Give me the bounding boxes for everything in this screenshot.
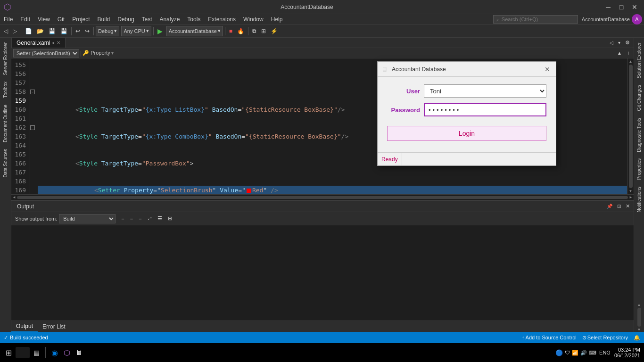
scrollbar-thumb[interactable] [629, 65, 633, 188]
right-scrollbar-thumb[interactable] [637, 308, 641, 327]
close-button[interactable]: ✕ [629, 1, 640, 13]
context-selector[interactable]: Setter (SelectionBrush) [13, 49, 79, 58]
tab-scroll-left[interactable]: ◁ [608, 38, 615, 48]
start-button[interactable]: ⊞ [4, 346, 14, 359]
attach-button[interactable]: ⧉ [250, 26, 258, 36]
undo-button[interactable]: ↩ [74, 26, 82, 36]
tab-settings[interactable]: ⚙ [623, 38, 632, 48]
search-input[interactable] [502, 16, 568, 22]
stop-button[interactable]: ■ [227, 26, 234, 36]
bell-icon[interactable]: 🔔 [634, 335, 640, 341]
output-align-left[interactable]: ≡ [119, 214, 126, 224]
sidebar-item-toolbox[interactable]: Toolbox [2, 79, 9, 100]
output-close-button[interactable]: ✕ [624, 201, 632, 212]
collapse-btn-162[interactable]: - [30, 123, 38, 132]
output-filter[interactable]: ⊞ [166, 214, 174, 224]
output-align-right[interactable]: ≡ [137, 214, 143, 224]
collapse-btn-158[interactable]: - [30, 87, 38, 96]
tab-dropdown[interactable]: ▾ [616, 38, 622, 48]
hot-reload-button[interactable]: 🔥 [235, 26, 246, 36]
taskbar-edge-icon[interactable]: ◉ [50, 346, 60, 359]
scroll-up-arrow[interactable]: ▲ [629, 59, 633, 64]
context-add[interactable]: + [625, 48, 632, 58]
scroll-right-arrow[interactable]: ► [629, 195, 633, 199]
platform-dropdown[interactable]: Any CPU ▾ [121, 26, 151, 36]
windows-button[interactable]: ⊞ [259, 26, 268, 36]
tray-wifi-icon[interactable]: 🛡 [565, 350, 570, 355]
menu-tools[interactable]: Tools [183, 14, 204, 25]
open-button[interactable]: 📂 [35, 26, 46, 36]
search-taskbar-icon[interactable] [16, 347, 30, 358]
output-tab-bar: Output 📌 ⊡ ✕ [11, 201, 634, 212]
tray-keyboard-icon[interactable]: ⌨ [589, 350, 596, 356]
password-input[interactable] [424, 103, 546, 116]
output-list[interactable]: ☰ [156, 214, 164, 224]
menu-build[interactable]: Build [94, 14, 114, 25]
back-button[interactable]: ◁ [2, 26, 10, 36]
tab-close-icon[interactable]: ✕ [57, 40, 60, 45]
menu-extensions[interactable]: Extensions [204, 14, 239, 25]
sidebar-item-document-outline[interactable]: Document Outline [2, 102, 9, 145]
context-scroll-up[interactable]: ▲ [615, 48, 624, 58]
menu-window[interactable]: Window [239, 14, 267, 25]
tab-error-list[interactable]: Error List [38, 321, 70, 332]
sidebar-item-notifications[interactable]: Notifications [636, 184, 643, 215]
taskbar-calculator-icon[interactable]: 🖩 [74, 347, 84, 358]
sidebar-item-diagnostic-tools[interactable]: Diagnostic Tools [636, 115, 643, 155]
right-scroll-up[interactable]: ▲ [637, 303, 641, 307]
minimize-button[interactable]: ─ [603, 1, 614, 13]
search-box[interactable]: ⌕ [493, 15, 578, 24]
menu-help[interactable]: Help [267, 14, 287, 25]
user-avatar[interactable]: A [632, 14, 642, 25]
output-pin-button[interactable]: 📌 [605, 201, 614, 212]
perf-button[interactable]: ⚡ [269, 26, 280, 36]
scroll-down-arrow[interactable]: ▼ [629, 189, 633, 193]
sidebar-item-server-explorer[interactable]: Server Explorer [2, 40, 9, 78]
tray-volume-icon[interactable]: 🔊 [580, 350, 587, 356]
collapse-space [30, 60, 38, 69]
debug-config-dropdown[interactable]: Debug ▾ [96, 26, 119, 36]
tray-app-1[interactable]: 🔵 [555, 349, 563, 356]
output-expand-button[interactable]: ⊡ [615, 201, 623, 212]
save-all-button[interactable]: 💾 [58, 26, 69, 36]
menu-git[interactable]: Git [54, 14, 68, 25]
save-button[interactable]: 💾 [47, 26, 58, 36]
sidebar-item-git-changes[interactable]: Git Changes [636, 82, 643, 114]
user-select[interactable]: Toni [424, 84, 546, 98]
menu-view[interactable]: View [34, 14, 54, 25]
output-wrap[interactable]: ⇌ [146, 214, 154, 224]
menu-analyze[interactable]: Analyze [156, 14, 184, 25]
menu-project[interactable]: Project [68, 14, 93, 25]
forward-button[interactable]: ▷ [11, 26, 19, 36]
tab-general-xaml[interactable]: General.xaml ● ✕ [11, 38, 66, 48]
output-source-select[interactable]: Build [59, 214, 116, 223]
redo-button[interactable]: ↪ [83, 26, 91, 36]
dialog-close-button[interactable]: ✕ [543, 65, 552, 74]
widgets-icon[interactable]: ▦ [32, 347, 41, 358]
horizontal-scrollbar[interactable]: ◄ ► [11, 194, 634, 200]
output-align-center[interactable]: ≡ [128, 214, 135, 224]
menu-debug[interactable]: Debug [114, 14, 138, 25]
menu-edit[interactable]: Edit [17, 14, 34, 25]
sidebar-item-data-sources[interactable]: Data Sources [2, 146, 9, 181]
menu-file[interactable]: File [0, 14, 17, 25]
vertical-scrollbar[interactable]: ▲ ▼ [627, 58, 634, 194]
scroll-left-arrow[interactable]: ◄ [12, 195, 16, 199]
project-dropdown[interactable]: AccountantDatabase ▾ [166, 26, 223, 36]
maximize-button[interactable]: □ [616, 1, 627, 13]
sidebar-item-properties[interactable]: Properties [636, 156, 643, 183]
tab-output[interactable]: Output [11, 321, 38, 332]
line-num: 162 [13, 123, 26, 132]
add-source-control-button[interactable]: ↑ Add to Source Control [522, 335, 577, 340]
taskbar-vs-icon[interactable]: ⬡ [62, 346, 72, 359]
language-indicator[interactable]: ENG [599, 350, 611, 355]
menu-test[interactable]: Test [138, 14, 156, 25]
select-repository-button[interactable]: ⊙ Select Repository [582, 335, 628, 341]
sidebar-item-solution-explorer[interactable]: Solution Explorer [636, 40, 643, 81]
h-scrollbar-thumb[interactable] [17, 196, 628, 199]
play-button[interactable]: ▶ [156, 26, 165, 36]
new-file-button[interactable]: 📄 [23, 26, 34, 36]
tray-network-icon[interactable]: 📶 [572, 350, 578, 356]
login-button[interactable]: Login [387, 126, 546, 141]
right-scroll-down[interactable]: ▼ [637, 328, 641, 332]
